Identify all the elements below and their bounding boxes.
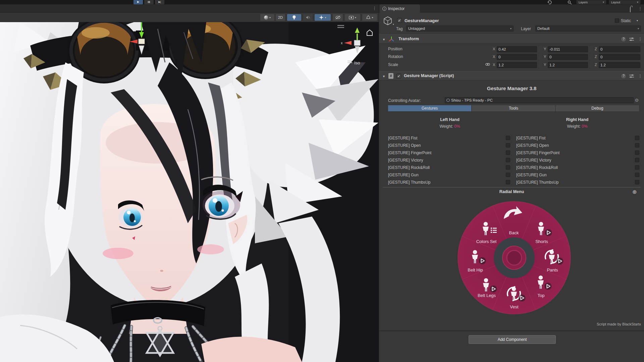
play-badge-icon xyxy=(545,229,552,236)
search-icon[interactable] xyxy=(568,0,572,4)
scale-z-field[interactable]: 1.2 xyxy=(599,62,640,68)
scene-viewport[interactable]: x Iso xyxy=(0,22,379,362)
add-component-button[interactable]: Add Component xyxy=(469,335,556,344)
gesture-row: [GESTURE] ThumbsUp xyxy=(516,179,558,186)
chevron-down-icon: ▾ xyxy=(269,16,271,19)
gesture-checkbox[interactable] xyxy=(635,180,639,184)
kebab-menu-icon[interactable]: ⋮ xyxy=(638,6,642,11)
gizmos-dropdown[interactable]: ▾ xyxy=(362,14,377,21)
presets-icon[interactable] xyxy=(629,74,634,78)
radial-menu-wheel[interactable]: Back Shorts Pants Top xyxy=(454,197,575,318)
rotation-y-field[interactable]: 0 xyxy=(548,54,588,60)
gesture-checkbox[interactable] xyxy=(635,173,639,177)
position-z-field[interactable]: 0 xyxy=(599,46,640,52)
gesture-checkbox[interactable] xyxy=(506,150,510,155)
step-button[interactable]: ▶| xyxy=(155,0,164,4)
gameobject-cube-icon[interactable] xyxy=(383,16,392,25)
unity-editor-window: ▶ ▶| Layers ▾ Layout ▾ ⋮ ▾ xyxy=(0,0,644,362)
camera-settings-dropdown[interactable]: ▾ xyxy=(345,14,360,21)
presets-icon[interactable] xyxy=(629,37,634,41)
main-toolbar: ▶ ▶| Layers ▾ Layout ▾ xyxy=(0,0,644,4)
gesture-checkbox[interactable] xyxy=(635,136,639,140)
gesture-checkbox[interactable] xyxy=(635,158,639,162)
collab-history-icon[interactable] xyxy=(547,0,552,4)
gesture-checkbox[interactable] xyxy=(506,143,510,147)
gesture-checkbox[interactable] xyxy=(635,143,639,147)
static-dropdown[interactable]: ▾ xyxy=(637,19,638,22)
kebab-menu-icon[interactable]: ⋮ xyxy=(638,37,642,41)
chevron-down-icon: ▾ xyxy=(372,16,373,19)
script-credit: Script made by BlackStartx xyxy=(379,322,641,326)
tag-dropdown[interactable]: ▾ Untagged xyxy=(406,25,514,32)
divider xyxy=(383,187,641,187)
help-icon[interactable]: ? xyxy=(621,37,626,42)
lighting-toggle-button[interactable] xyxy=(287,14,301,21)
pause-icon xyxy=(148,1,149,3)
transform-header[interactable]: ▼ Transform ? ⋮ xyxy=(379,34,644,44)
gesture-checkbox[interactable] xyxy=(506,173,510,177)
gesture-manager-header[interactable]: ▼ # ✓ Gesture Manager (Script) ? ⋮ xyxy=(379,71,644,80)
position-y-field[interactable]: -0.011 xyxy=(548,46,588,52)
play-badge-icon xyxy=(490,286,497,293)
layer-dropdown[interactable]: ▾ Default xyxy=(535,25,641,32)
kebab-menu-icon[interactable]: ⋮ xyxy=(638,74,642,78)
tab-debug[interactable]: Debug xyxy=(555,105,639,112)
scale-x-field[interactable]: 1.2 xyxy=(497,62,537,68)
gesture-row: [GESTURE] Fist xyxy=(516,135,545,141)
gesture-checkbox[interactable] xyxy=(506,165,510,170)
link-scale-icon[interactable] xyxy=(485,63,490,66)
gameobject-icon-dropdown[interactable]: ▾ xyxy=(393,23,394,26)
scene-tabbar: ⋮ xyxy=(0,4,379,13)
layout-dropdown[interactable]: Layout ▾ xyxy=(609,0,641,4)
tab-gestures[interactable]: Gestures xyxy=(388,105,472,112)
scale-y-field[interactable]: 1.2 xyxy=(548,62,588,68)
list-badge-icon xyxy=(491,228,497,233)
weight-label: Weight: xyxy=(439,124,453,129)
2d-label: 2D xyxy=(278,15,283,19)
chevron-down-icon: ▾ xyxy=(510,26,512,32)
gesture-checkbox[interactable] xyxy=(635,150,639,155)
tab-inspector[interactable]: i Inspector xyxy=(380,4,420,13)
right-hand-title: Right Hand xyxy=(544,117,611,122)
audio-toggle-button[interactable] xyxy=(303,14,313,21)
gesture-row: [GESTURE] FingerPoint xyxy=(388,149,431,156)
static-checkbox[interactable] xyxy=(615,18,619,23)
gesture-checkbox[interactable] xyxy=(506,136,510,140)
play-badge-icon xyxy=(556,258,564,265)
rotation-z-field[interactable]: 0 xyxy=(599,54,640,60)
tab-tools[interactable]: Tools xyxy=(472,105,555,112)
avatar-illustration: x Iso xyxy=(0,22,379,362)
gameobject-name[interactable]: GestureManager xyxy=(405,18,439,23)
gesture-checkbox[interactable] xyxy=(506,180,510,184)
projection-iso-label[interactable]: Iso xyxy=(354,60,360,65)
script-enabled-checkbox[interactable]: ✓ xyxy=(396,74,401,78)
help-icon[interactable]: ? xyxy=(621,74,626,78)
position-x-field[interactable]: 0.42 xyxy=(497,46,537,52)
shading-mode-dropdown[interactable]: ▾ xyxy=(260,14,274,21)
chevron-down-icon: ▾ xyxy=(325,16,326,19)
2d-toggle-button[interactable]: 2D xyxy=(276,14,285,21)
gesture-row: [GESTURE] Rock&Roll xyxy=(516,164,558,171)
axis-z: Z xyxy=(595,55,597,59)
gesture-row: [GESTURE] Victory xyxy=(516,157,551,164)
foldout-icon[interactable]: ▼ xyxy=(382,38,385,41)
play-button[interactable]: ▶ xyxy=(133,0,143,4)
layers-dropdown[interactable]: Layers ▾ xyxy=(576,0,606,4)
controlling-avatar-field[interactable]: Shisu - TPS Ready - PC xyxy=(445,97,634,103)
gameobject-enabled-checkbox[interactable]: ✓ xyxy=(397,18,402,23)
pause-button[interactable] xyxy=(144,0,154,4)
lock-icon[interactable] xyxy=(630,7,631,12)
gesture-checkbox[interactable] xyxy=(635,165,639,170)
weight-value: 0% xyxy=(582,124,587,129)
effects-dropdown[interactable]: ▾ xyxy=(315,14,331,21)
layout-label: Layout xyxy=(611,1,620,4)
position-label: Position xyxy=(388,47,402,51)
rotation-x-field[interactable]: 0 xyxy=(497,54,537,60)
foldout-icon[interactable]: ▼ xyxy=(382,75,385,78)
kebab-menu-icon[interactable]: ⋮ xyxy=(372,6,377,10)
scene-visibility-button[interactable] xyxy=(333,14,343,21)
radial-menu-add-icon[interactable]: ⊕ xyxy=(632,189,637,195)
gesture-checkbox[interactable] xyxy=(506,158,510,162)
object-picker-icon[interactable]: ⊙ xyxy=(635,98,639,103)
play-badge-icon xyxy=(479,257,486,264)
